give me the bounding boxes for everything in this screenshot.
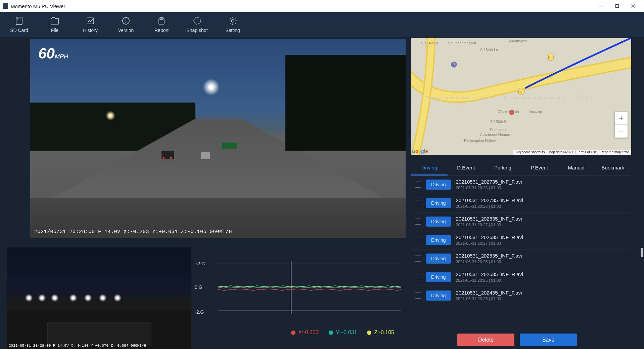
file-name: 20210531_202635_INF_R.avi (456, 234, 523, 240)
file-tag: Driving (426, 217, 451, 227)
file-tag: Driving (426, 180, 451, 190)
map-poi-label: Redemption Fellow (464, 139, 496, 143)
svg-rect-13 (160, 17, 163, 20)
map-attrib-link[interactable]: Keyboard shortcuts (514, 150, 546, 154)
svg-text:P: P (453, 63, 455, 67)
gsensor-plot[interactable] (218, 264, 401, 311)
map-poi-label: Sunnydale (490, 128, 507, 132)
tool-report[interactable]: Report (144, 12, 179, 37)
tab-bookmark[interactable]: Bookmark (595, 161, 631, 175)
legend-text: Y:+0.031 (336, 329, 357, 336)
map-poi-label: Apartments (508, 39, 527, 43)
speed-overlay: 60MPH (38, 45, 68, 62)
map-poi-label: Apartment Homes (480, 132, 510, 137)
file-name: 20210531_202535_INF_R.avi (456, 271, 523, 277)
file-name: 20210531_202635_INF_F.avi (456, 216, 522, 222)
file-tag: Driving (426, 254, 451, 264)
svg-text:5: 5 (548, 56, 550, 59)
map-attrib-link[interactable]: Map data ©2021 (547, 150, 575, 154)
svg-point-11 (126, 22, 127, 23)
tab-manual[interactable]: Manual (558, 161, 594, 175)
map-zoom-in[interactable]: + (615, 112, 628, 125)
tool-label: Setting (225, 28, 240, 33)
file-icon (50, 16, 59, 26)
svg-line-21 (235, 23, 236, 24)
file-row[interactable]: Driving20210531_202535_INF_R.avi2021-05-… (411, 268, 631, 286)
map-attrib-link[interactable]: Report a map error (599, 150, 630, 154)
scrollbar-thumb[interactable] (641, 248, 643, 257)
file-row[interactable]: Driving20210531_202435_INF_F.avi2021-05-… (411, 286, 631, 305)
map-poi-label: S 154th St (421, 41, 438, 45)
tab-parking[interactable]: Parking (485, 161, 521, 175)
file-info: 2021-05-31 20:28 | 01:00 (456, 186, 522, 190)
file-tag: Driving (426, 235, 451, 245)
map-view[interactable]: P 5 518 rposes only For development purp… (411, 38, 631, 155)
file-row[interactable]: Driving20210531_202735_INF_R.avi2021-05-… (411, 194, 631, 212)
tab-driving[interactable]: Driving (411, 161, 448, 176)
file-info: 2021-05-31 20:26 | 01:00 (456, 260, 522, 264)
close-button[interactable] (625, 0, 641, 12)
file-checkbox[interactable] (415, 237, 421, 243)
front-video[interactable]: 60MPH 2021/05/31 20:28:00 F 14.0V X:-0.2… (30, 39, 406, 238)
delete-button[interactable]: Delete (457, 334, 514, 346)
tool-setting[interactable]: Setting (215, 12, 250, 37)
legend-text: Z:-0.105 (374, 329, 394, 336)
google-logo: Google (412, 149, 428, 154)
tool-file[interactable]: File (37, 12, 73, 37)
file-row[interactable]: Driving20210531_202735_INF_F.avi2021-05-… (411, 176, 631, 194)
rear-osd-text: 2021·05·31 20·28·00 R 14.0V X:-0.180 Y:+… (9, 344, 146, 348)
tool-history[interactable]: History (73, 12, 108, 37)
tab-pevent[interactable]: P.Event (521, 161, 558, 175)
file-list[interactable]: Driving20210531_202735_INF_F.avi2021-05-… (411, 176, 631, 330)
app-icon (3, 3, 8, 9)
file-info: 2021-05-31 20:25 | 01:00 (456, 297, 522, 301)
file-checkbox[interactable] (415, 256, 421, 262)
maximize-button[interactable] (609, 0, 625, 12)
file-checkbox[interactable] (415, 182, 421, 188)
snapshot-icon (192, 16, 202, 26)
tool-label: Snap shot (186, 28, 208, 33)
map-zoom-out[interactable]: − (615, 125, 628, 138)
file-row[interactable]: Driving20210531_202635_INF_F.avi2021-05-… (411, 212, 631, 231)
svg-line-20 (230, 18, 231, 19)
legend-text: X:-0.203 (298, 329, 318, 336)
tool-sdcard[interactable]: SD Card (1, 12, 37, 37)
map-poi-label: Southcenter Blvd (448, 41, 476, 45)
map-poi-label: S 154th Ln (480, 48, 498, 52)
svg-text:518: 518 (518, 90, 522, 93)
file-checkbox[interactable] (415, 293, 421, 299)
map-attrib-link[interactable]: Terms of Use (576, 150, 598, 154)
svg-line-22 (230, 23, 231, 24)
legend-dot-icon (367, 331, 371, 335)
svg-point-15 (231, 20, 234, 22)
file-tag: Driving (426, 198, 451, 208)
save-button[interactable]: Save (520, 334, 577, 346)
file-name: 20210531_202735_INF_R.avi (456, 197, 523, 203)
version-icon (121, 16, 131, 26)
file-info: 2021-05-31 20:28 | 01:00 (456, 204, 523, 209)
tool-label: SD Card (10, 28, 28, 33)
legend-dot-icon (291, 331, 295, 335)
svg-point-14 (194, 17, 200, 24)
tool-snapshot[interactable]: Snap shot (179, 12, 215, 37)
rear-video[interactable]: 2021·05·31 20·28·00 R 14.0V X:-0.180 Y:+… (7, 247, 191, 349)
tool-label: History (83, 28, 98, 33)
gsensor-label-bot: -2.G (195, 309, 204, 315)
file-checkbox[interactable] (415, 274, 421, 280)
tool-version[interactable]: Version (108, 12, 144, 37)
minimize-button[interactable] (593, 0, 609, 12)
tab-devent[interactable]: D.Event (448, 161, 484, 175)
sdcard-icon (14, 16, 24, 26)
file-info: 2021-05-31 20:27 | 01:00 (456, 223, 522, 227)
svg-line-23 (235, 18, 236, 19)
file-info: 2021-05-31 20:26 | 01:00 (456, 278, 523, 283)
file-info: 2021-05-31 20:27 | 01:00 (456, 241, 523, 246)
file-tag: Driving (426, 272, 451, 282)
tool-label: Report (154, 28, 169, 33)
file-row[interactable]: Driving20210531_202535_INF_F.avi2021-05-… (411, 249, 631, 268)
file-row[interactable]: Driving20210531_202635_INF_R.avi2021-05-… (411, 231, 631, 249)
file-checkbox[interactable] (415, 219, 421, 225)
titlebar: Momento M6 PC Viewer (0, 0, 644, 12)
file-tag: Driving (426, 290, 451, 301)
file-checkbox[interactable] (415, 200, 421, 206)
